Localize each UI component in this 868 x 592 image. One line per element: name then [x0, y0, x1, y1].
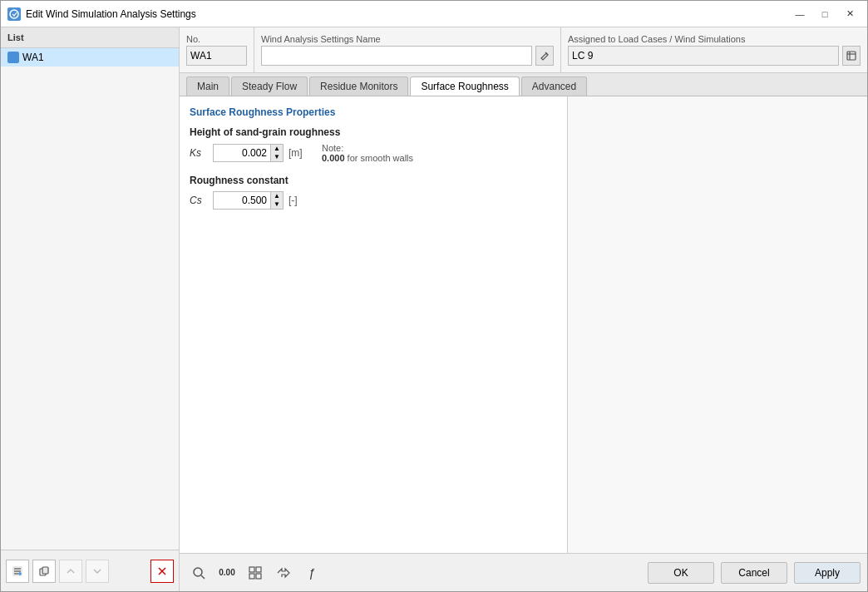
svg-rect-8	[42, 567, 48, 574]
ks-increment[interactable]: ▲	[271, 145, 283, 153]
tab-content: Surface Roughness Properties Height of s…	[180, 96, 867, 553]
note-label: Note:	[322, 143, 343, 153]
ks-input-spin: ▲ ▼	[213, 144, 284, 162]
ks-spinners: ▲ ▼	[271, 144, 284, 162]
decimal-tool-button[interactable]: 0.00	[215, 561, 239, 585]
search-tool-button[interactable]	[186, 561, 211, 585]
no-label: No.	[186, 34, 247, 44]
arrows-tool-button[interactable]	[271, 561, 296, 585]
section-title: Surface Roughness Properties	[190, 106, 557, 118]
height-section-label: Height of sand-grain roughness	[190, 126, 557, 138]
title-bar: Edit Wind Simulation Analysis Settings —…	[1, 1, 867, 27]
bottom-bar: 0.00 ƒ OK Cancel Apply	[180, 553, 867, 591]
delete-button[interactable]	[150, 560, 174, 583]
note-text-suffix: for smooth walls	[345, 153, 414, 163]
main-panel: No. Wind Analysis Settings Name Assigned…	[180, 27, 867, 591]
window-controls: — □ ✕	[789, 6, 861, 22]
cs-input-spin: ▲ ▼	[213, 191, 284, 210]
sidebar-toolbar	[1, 550, 179, 591]
svg-rect-17	[249, 567, 254, 572]
ks-key: Ks	[190, 147, 208, 159]
ks-decrement[interactable]: ▼	[271, 153, 283, 161]
roughness-section-label: Roughness constant	[190, 175, 557, 186]
right-pane	[568, 96, 867, 553]
minimize-button[interactable]: —	[789, 6, 811, 22]
svg-rect-20	[256, 574, 261, 579]
sidebar-item-label: WA1	[22, 52, 44, 63]
copy-button[interactable]	[32, 560, 56, 583]
tab-residue-monitors[interactable]: Residue Monitors	[309, 76, 408, 96]
ks-row: Ks ▲ ▼ [m] Note: 0.000	[190, 143, 557, 163]
cs-key: Cs	[190, 195, 208, 206]
move-down-button[interactable]	[86, 560, 109, 583]
app-icon	[7, 7, 21, 21]
sidebar-header: List	[1, 27, 179, 48]
svg-rect-19	[249, 574, 254, 579]
name-input[interactable]	[261, 46, 532, 66]
roughness-section: Roughness constant Cs ▲ ▼ [-]	[190, 175, 557, 210]
cancel-button[interactable]: Cancel	[721, 562, 787, 584]
note-value: 0.000	[322, 153, 345, 163]
tab-advanced[interactable]: Advanced	[521, 76, 587, 96]
cs-input[interactable]	[213, 191, 271, 210]
cs-spinners: ▲ ▼	[271, 191, 284, 210]
cs-increment[interactable]: ▲	[271, 192, 283, 200]
window-title: Edit Wind Simulation Analysis Settings	[26, 8, 789, 20]
bottom-tools: 0.00 ƒ	[186, 561, 324, 585]
cs-decrement[interactable]: ▼	[271, 200, 283, 209]
grid-tool-button[interactable]	[243, 561, 268, 585]
maximize-button[interactable]: □	[814, 6, 836, 22]
add-button[interactable]	[6, 560, 29, 583]
assigned-row	[568, 46, 861, 66]
assigned-edit-button[interactable]	[842, 46, 861, 66]
cs-row: Cs ▲ ▼ [-]	[190, 191, 557, 210]
content-area: List WA1	[1, 27, 867, 591]
tab-surface-roughness[interactable]: Surface Roughness	[410, 76, 519, 96]
apply-button[interactable]: Apply	[794, 562, 861, 584]
svg-point-0	[10, 10, 18, 18]
name-row	[261, 46, 554, 66]
svg-point-15	[194, 568, 202, 576]
sidebar-item-wa1[interactable]: WA1	[1, 48, 179, 67]
sidebar: List WA1	[1, 27, 180, 591]
height-section: Height of sand-grain roughness Ks ▲ ▼ [m…	[190, 126, 557, 163]
tab-bar: Main Steady Flow Residue Monitors Surfac…	[180, 73, 867, 96]
surface-roughness-pane: Surface Roughness Properties Height of s…	[180, 96, 568, 553]
name-label: Wind Analysis Settings Name	[261, 34, 554, 44]
top-fields: No. Wind Analysis Settings Name Assigned…	[180, 27, 867, 73]
ks-note: Note: 0.000 for smooth walls	[322, 143, 413, 163]
move-up-button[interactable]	[59, 560, 82, 583]
no-input[interactable]	[186, 46, 247, 66]
tab-steady-flow[interactable]: Steady Flow	[231, 76, 308, 96]
main-window: Edit Wind Simulation Analysis Settings —…	[0, 0, 868, 592]
assigned-group: Assigned to Load Cases / Wind Simulation…	[561, 27, 867, 72]
dialog-buttons: OK Cancel Apply	[648, 562, 861, 584]
svg-line-16	[201, 575, 205, 579]
name-group: Wind Analysis Settings Name	[254, 27, 561, 72]
ok-button[interactable]: OK	[648, 562, 714, 584]
assigned-label: Assigned to Load Cases / Wind Simulation…	[568, 34, 861, 44]
sidebar-list: WA1	[1, 48, 179, 550]
tab-main[interactable]: Main	[186, 76, 229, 96]
assigned-input[interactable]	[568, 46, 839, 66]
close-button[interactable]: ✕	[839, 6, 861, 22]
no-group: No.	[180, 27, 254, 72]
sidebar-item-icon	[7, 52, 19, 63]
cs-unit: [-]	[289, 195, 308, 206]
ks-unit: [m]	[289, 147, 308, 159]
name-edit-button[interactable]	[535, 46, 554, 66]
svg-rect-12	[847, 52, 856, 60]
ks-input[interactable]	[213, 144, 271, 162]
svg-rect-18	[256, 567, 261, 572]
function-tool-button[interactable]: ƒ	[299, 561, 324, 585]
